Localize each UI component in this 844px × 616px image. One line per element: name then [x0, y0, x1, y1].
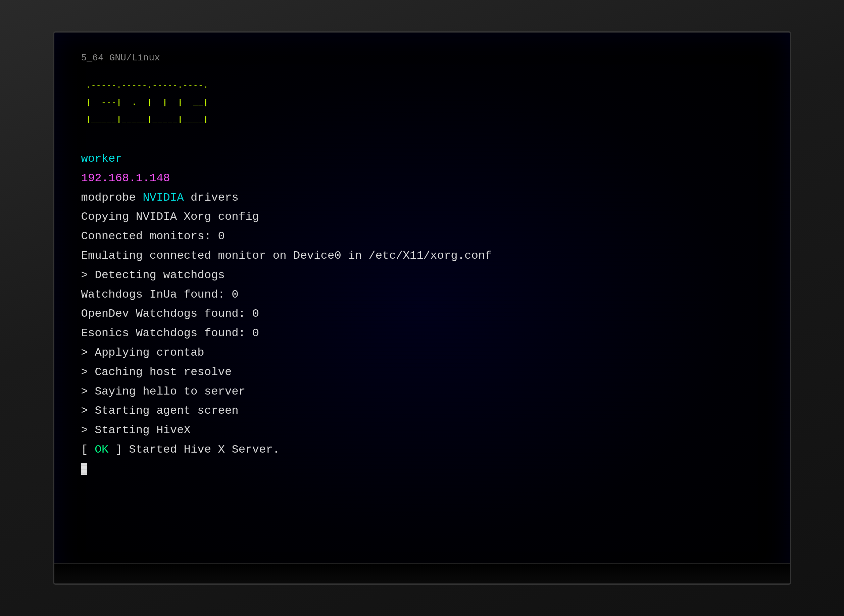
log-detecting: > Detecting watchdogs	[81, 266, 763, 285]
terminal-cursor	[81, 463, 87, 475]
log-watchdogs-eson-text: Esonics Watchdogs found: 0	[81, 327, 260, 340]
log-ok-line: [ OK ] Started Hive X Server.	[81, 440, 763, 460]
log-emulating-text: Emulating connected monitor on Device0 i…	[81, 249, 492, 262]
log-modprobe-text1: modprobe	[81, 191, 143, 204]
log-crontab-text: > Applying crontab	[81, 346, 204, 359]
log-watchdogs-inua-text: Watchdogs InUa found: 0	[81, 288, 239, 301]
worker-label: worker	[81, 153, 122, 165]
log-crontab: > Applying crontab	[81, 343, 763, 363]
log-hello-text: > Saying hello to server	[81, 385, 246, 398]
ok-text: OK	[88, 443, 116, 456]
log-watchdogs-eson: Esonics Watchdogs found: 0	[81, 324, 763, 343]
ascii-logo: .-----.-----.-----.----. | ---| . | | | …	[81, 73, 763, 132]
log-copying: Copying NVIDIA Xorg config	[81, 207, 763, 227]
log-hello: > Saying hello to server	[81, 382, 763, 402]
terminal-screen: 5_64 GNU/Linux .-----.-----.-----.----. …	[53, 31, 791, 585]
log-copying-text: Copying NVIDIA Xorg config	[81, 210, 260, 223]
log-caching-text: > Caching host resolve	[81, 366, 232, 378]
monitor-outer: 5_64 GNU/Linux .-----.-----.-----.----. …	[0, 0, 844, 616]
log-lines: worker 192.168.1.148 modprobe NVIDIA dri…	[81, 149, 763, 479]
log-agent-text: > Starting agent screen	[81, 404, 239, 417]
top-line: 5_64 GNU/Linux	[81, 53, 763, 63]
log-monitors: Connected monitors: 0	[81, 227, 763, 246]
log-nvidia-label: NVIDIA	[142, 191, 183, 204]
bottom-bar	[54, 563, 790, 584]
ok-rest: Started Hive X Server.	[122, 443, 280, 456]
log-monitors-text: Connected monitors: 0	[81, 230, 225, 243]
log-ip: 192.168.1.148	[81, 169, 763, 188]
log-hivex: > Starting HiveX	[81, 421, 763, 440]
log-agent: > Starting agent screen	[81, 401, 763, 421]
log-watchdogs-open: OpenDev Watchdogs found: 0	[81, 304, 763, 324]
log-detecting-text: > Detecting watchdogs	[81, 269, 225, 282]
log-cursor-line	[81, 460, 763, 479]
log-watchdogs-open-text: OpenDev Watchdogs found: 0	[81, 307, 260, 320]
ip-address: 192.168.1.148	[81, 172, 170, 185]
ok-bracket-close: ]	[116, 443, 122, 456]
terminal-content: 5_64 GNU/Linux .-----.-----.-----.----. …	[81, 53, 763, 479]
log-modprobe: modprobe NVIDIA drivers	[81, 188, 763, 208]
log-worker: worker	[81, 149, 763, 169]
log-watchdogs-inua: Watchdogs InUa found: 0	[81, 285, 763, 305]
log-hivex-text: > Starting HiveX	[81, 424, 191, 437]
log-caching: > Caching host resolve	[81, 363, 763, 382]
log-emulating: Emulating connected monitor on Device0 i…	[81, 246, 763, 266]
ok-bracket-open: [	[81, 443, 88, 456]
log-modprobe-text2: drivers	[184, 191, 239, 204]
